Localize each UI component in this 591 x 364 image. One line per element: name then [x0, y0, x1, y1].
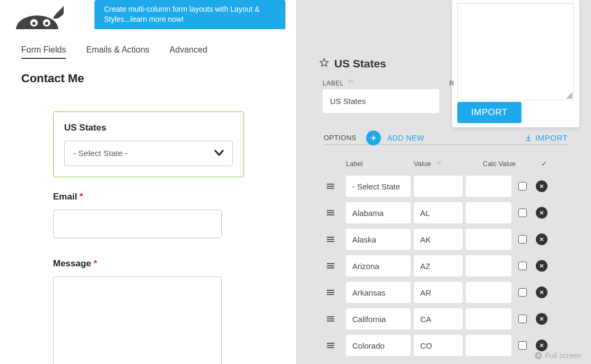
option-default-checkbox[interactable]	[518, 182, 527, 190]
option-row	[327, 332, 566, 359]
drag-handle-icon[interactable]	[327, 184, 346, 189]
delete-option-button[interactable]	[536, 233, 547, 245]
delete-option-button[interactable]	[536, 180, 547, 192]
delete-option-button[interactable]	[536, 207, 547, 219]
option-label-input[interactable]	[346, 229, 411, 250]
delete-option-button[interactable]	[536, 340, 547, 351]
option-value-input[interactable]	[414, 255, 463, 276]
delete-option-button[interactable]	[536, 313, 547, 325]
tab-emails-actions[interactable]: Emails & Actions	[86, 45, 149, 59]
field-settings-drawer: IMPORT US States LABEL R OPTIONS ADD NEW…	[296, 0, 591, 364]
col-default: ✓	[536, 160, 552, 168]
star-icon[interactable]	[319, 58, 329, 70]
promo-tooltip-text: Create multi-column form layouts with La…	[104, 5, 259, 23]
tab-advanced[interactable]: Advanced	[170, 45, 207, 59]
option-label-input[interactable]	[346, 308, 411, 330]
drawer-title: US States	[319, 57, 386, 70]
message-textarea[interactable]	[53, 276, 222, 364]
promo-tooltip[interactable]: Create multi-column form layouts with La…	[94, 0, 285, 30]
option-default-checkbox[interactable]	[518, 262, 527, 270]
option-row	[327, 173, 566, 200]
option-value-input[interactable]	[414, 176, 463, 197]
option-calc-input[interactable]	[466, 229, 511, 250]
option-value-input[interactable]	[414, 335, 463, 356]
option-calc-input[interactable]	[466, 255, 511, 276]
field-message-label: Message *	[53, 258, 233, 269]
comment-icon[interactable]	[436, 161, 442, 167]
form-builder-panel: Form Fields Emails & Actions Advanced Co…	[0, 29, 296, 364]
option-default-checkbox[interactable]	[518, 209, 527, 217]
resize-handle-icon[interactable]	[566, 92, 572, 99]
add-option-button[interactable]	[366, 131, 381, 145]
option-default-checkbox[interactable]	[518, 235, 527, 244]
tab-form-fields[interactable]: Form Fields	[21, 45, 66, 59]
r-header: R	[449, 80, 454, 87]
drag-handle-icon[interactable]	[327, 343, 346, 348]
label-input[interactable]	[323, 89, 439, 113]
option-label-input[interactable]	[346, 335, 411, 356]
drag-handle-icon[interactable]	[327, 316, 346, 322]
col-value: Value	[414, 160, 483, 168]
option-default-checkbox[interactable]	[518, 288, 527, 297]
option-row	[327, 279, 566, 306]
chevron-down-icon	[214, 149, 224, 158]
import-link-text: IMPORT	[535, 133, 568, 142]
option-value-input[interactable]	[414, 229, 463, 250]
import-textarea[interactable]	[457, 3, 574, 100]
option-default-checkbox[interactable]	[518, 341, 527, 350]
svg-point-2	[32, 22, 36, 25]
option-label-input[interactable]	[346, 176, 411, 197]
builder-tabs: Form Fields Emails & Actions Advanced	[21, 45, 207, 59]
field-message[interactable]: Message *	[53, 258, 233, 364]
option-default-checkbox[interactable]	[518, 315, 527, 323]
option-value-input[interactable]	[414, 282, 463, 303]
drag-handle-icon[interactable]	[327, 237, 346, 242]
option-row	[327, 306, 566, 332]
arrow-left-icon	[535, 352, 542, 359]
option-label-input[interactable]	[346, 202, 411, 223]
svg-point-3	[45, 22, 48, 25]
required-asterisk: *	[80, 192, 83, 202]
drag-handle-icon[interactable]	[327, 210, 346, 215]
option-calc-input[interactable]	[466, 282, 511, 303]
option-row	[327, 226, 566, 253]
field-email-label-text: Email	[53, 192, 77, 202]
fullscreen-toggle[interactable]: Full screen	[535, 351, 581, 360]
options-table-head: Label Value Calc Value ✓	[327, 157, 566, 170]
delete-option-button[interactable]	[536, 287, 547, 298]
option-calc-input[interactable]	[466, 335, 511, 356]
option-value-input[interactable]	[414, 202, 463, 223]
field-us-states[interactable]: US States - Select State -	[53, 111, 244, 177]
import-icon	[525, 134, 532, 142]
drag-handle-icon[interactable]	[327, 263, 346, 268]
add-new-link[interactable]: ADD NEW	[387, 134, 424, 142]
options-table-body	[327, 173, 566, 359]
option-value-input[interactable]	[414, 308, 463, 330]
import-button[interactable]: IMPORT	[457, 102, 522, 123]
option-row	[327, 253, 566, 279]
option-calc-input[interactable]	[466, 308, 511, 330]
option-row	[327, 200, 566, 226]
import-popover: IMPORT	[452, 0, 579, 127]
field-message-label-text: Message	[53, 258, 91, 268]
field-email-label: Email *	[53, 192, 233, 202]
comment-icon[interactable]	[347, 79, 354, 86]
field-email[interactable]: Email *	[53, 192, 233, 238]
import-link[interactable]: IMPORT	[525, 133, 568, 142]
email-input[interactable]	[53, 210, 222, 238]
option-label-input[interactable]	[346, 282, 411, 303]
label-header: LABEL	[323, 80, 344, 87]
ninja-logo	[11, 0, 64, 30]
drag-handle-icon[interactable]	[327, 290, 346, 295]
delete-option-button[interactable]	[536, 260, 547, 272]
us-states-select-placeholder: - Select State -	[73, 149, 128, 158]
options-header: OPTIONS ADD NEW IMPORT	[324, 131, 568, 145]
field-us-states-label: US States	[64, 123, 233, 133]
us-states-select[interactable]: - Select State -	[64, 141, 233, 166]
option-calc-input[interactable]	[466, 202, 511, 223]
fullscreen-label: Full screen	[545, 351, 581, 360]
option-calc-input[interactable]	[466, 176, 511, 197]
form-title: Contact Me	[21, 72, 84, 85]
option-label-input[interactable]	[346, 255, 411, 276]
col-label: Label	[346, 160, 414, 168]
